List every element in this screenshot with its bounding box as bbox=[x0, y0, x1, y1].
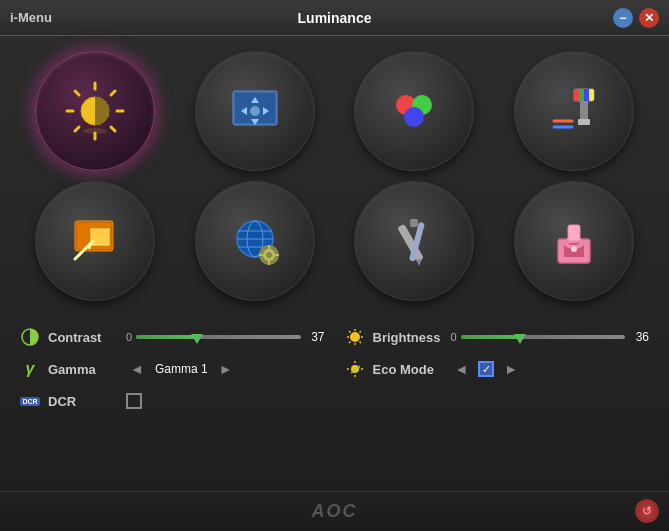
close-button[interactable]: ✕ bbox=[639, 8, 659, 28]
contrast-value: 37 bbox=[305, 330, 325, 344]
sidebar-item-extra[interactable] bbox=[354, 181, 474, 301]
gamma-row: γ Gamma ◄ Gamma 1 ► bbox=[20, 353, 325, 385]
svg-rect-25 bbox=[584, 89, 589, 101]
minimize-button[interactable]: − bbox=[613, 8, 633, 28]
window-controls: − ✕ bbox=[613, 8, 659, 28]
eco-mode-control: ◄ ✓ ► bbox=[451, 359, 523, 379]
contrast-min: 0 bbox=[126, 331, 132, 343]
eco-mode-row: Eco Mode ◄ ✓ ► bbox=[345, 353, 650, 385]
gamma-value: Gamma 1 bbox=[154, 362, 209, 376]
svg-line-8 bbox=[75, 127, 79, 131]
bottom-bar: AOC ↺ bbox=[0, 491, 669, 531]
sidebar-item-osd-setup[interactable] bbox=[195, 181, 315, 301]
brightness-row: Brightness 0 36 bbox=[345, 321, 650, 353]
main-content: Contrast 0 37 γ Gamma bbox=[0, 36, 669, 531]
svg-rect-24 bbox=[579, 89, 584, 101]
sidebar-item-image-setup[interactable] bbox=[195, 51, 315, 171]
image-setup-icon bbox=[225, 81, 285, 141]
brightness-min: 0 bbox=[451, 331, 457, 343]
controls-right: Brightness 0 36 bbox=[345, 321, 650, 417]
svg-line-6 bbox=[111, 127, 115, 131]
dcr-checkbox[interactable] bbox=[126, 393, 142, 409]
controls-section: Contrast 0 37 γ Gamma bbox=[20, 321, 649, 417]
svg-point-16 bbox=[250, 106, 260, 116]
picture-boost-icon bbox=[65, 211, 125, 271]
svg-marker-49 bbox=[416, 259, 422, 266]
eco-mode-icon bbox=[345, 359, 365, 379]
svg-rect-53 bbox=[568, 225, 580, 241]
sidebar-item-luminance[interactable] bbox=[35, 51, 155, 171]
brand-logo: AOC bbox=[312, 501, 358, 522]
color-temp-icon bbox=[384, 81, 444, 141]
svg-line-5 bbox=[75, 91, 79, 95]
gamma-icon: γ bbox=[20, 359, 40, 379]
svg-point-41 bbox=[266, 252, 272, 258]
svg-rect-21 bbox=[580, 101, 588, 121]
dcr-icon: DCR bbox=[20, 391, 40, 411]
sidebar-item-color-boost[interactable] bbox=[514, 51, 634, 171]
svg-rect-47 bbox=[410, 219, 418, 227]
sidebar-item-picture-boost[interactable] bbox=[35, 181, 155, 301]
contrast-icon bbox=[20, 327, 40, 347]
gamma-control: ◄ Gamma 1 ► bbox=[126, 359, 237, 379]
svg-line-62 bbox=[359, 342, 361, 344]
gamma-label: Gamma bbox=[48, 362, 118, 377]
contrast-slider-container[interactable]: 0 37 bbox=[126, 327, 325, 347]
window-title: Luminance bbox=[298, 10, 372, 26]
svg-rect-44 bbox=[259, 254, 263, 256]
svg-rect-26 bbox=[589, 89, 594, 101]
controls-left: Contrast 0 37 γ Gamma bbox=[20, 321, 325, 417]
eco-prev-button[interactable]: ◄ bbox=[451, 359, 473, 379]
gamma-prev-button[interactable]: ◄ bbox=[126, 359, 148, 379]
contrast-slider[interactable] bbox=[136, 327, 300, 347]
svg-rect-31 bbox=[91, 229, 109, 245]
svg-rect-43 bbox=[268, 261, 270, 265]
contrast-row: Contrast 0 37 bbox=[20, 321, 325, 353]
eco-next-button[interactable]: ► bbox=[500, 359, 522, 379]
svg-line-63 bbox=[359, 331, 361, 333]
svg-rect-45 bbox=[275, 254, 279, 256]
contrast-label: Contrast bbox=[48, 330, 118, 345]
dcr-label: DCR bbox=[48, 394, 118, 409]
sidebar-item-exit[interactable] bbox=[514, 181, 634, 301]
title-bar: i-Menu Luminance − ✕ bbox=[0, 0, 669, 36]
eco-mode-label: Eco Mode bbox=[373, 362, 443, 377]
svg-point-56 bbox=[350, 332, 360, 342]
refresh-button[interactable]: ↺ bbox=[635, 499, 659, 523]
brightness-icon bbox=[345, 327, 365, 347]
svg-rect-23 bbox=[574, 89, 579, 101]
brightness-label: Brightness bbox=[373, 330, 443, 345]
gamma-next-button[interactable]: ► bbox=[215, 359, 237, 379]
svg-line-61 bbox=[349, 331, 351, 333]
color-boost-icon bbox=[544, 81, 604, 141]
dcr-row: DCR DCR bbox=[20, 385, 325, 417]
brightness-slider[interactable] bbox=[461, 327, 625, 347]
eco-mode-checkbox[interactable]: ✓ bbox=[478, 361, 494, 377]
svg-point-19 bbox=[404, 107, 424, 127]
extra-icon bbox=[384, 211, 444, 271]
svg-rect-42 bbox=[268, 245, 270, 249]
osd-setup-icon bbox=[225, 211, 285, 271]
dcr-checkbox-container[interactable] bbox=[126, 393, 142, 409]
brightness-value: 36 bbox=[629, 330, 649, 344]
svg-line-7 bbox=[111, 91, 115, 95]
svg-point-54 bbox=[571, 246, 577, 252]
exit-icon bbox=[544, 211, 604, 271]
svg-line-64 bbox=[349, 342, 351, 344]
app-name: i-Menu bbox=[10, 10, 52, 25]
brightness-slider-container[interactable]: 0 36 bbox=[451, 327, 650, 347]
sidebar-item-color-temp[interactable] bbox=[354, 51, 474, 171]
icon-grid bbox=[20, 51, 649, 301]
luminance-icon bbox=[65, 81, 125, 141]
svg-point-9 bbox=[83, 128, 107, 134]
svg-rect-22 bbox=[578, 119, 590, 125]
